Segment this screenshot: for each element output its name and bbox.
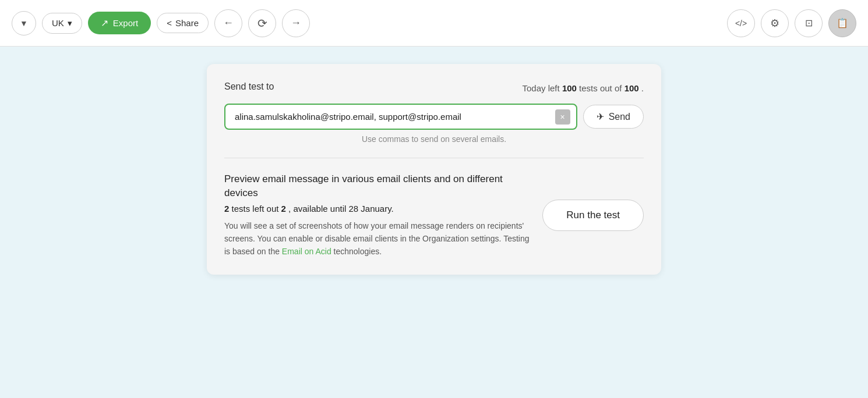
tests-left: 2 tests left out 2 , available until 28 … <box>224 204 531 214</box>
email-on-acid-link[interactable]: Email on Acid <box>282 247 331 256</box>
share-label: Share <box>175 18 199 28</box>
tests-remaining-text: Today left 100 tests out of 100 . <box>522 83 644 93</box>
preview-icon: ⊡ <box>805 17 813 29</box>
test-button[interactable]: 📋 <box>828 9 856 37</box>
tests-remaining-of: tests out of <box>579 83 624 93</box>
export-icon: ↗ <box>101 17 108 29</box>
tests-remaining-suffix: . <box>641 83 644 93</box>
clear-icon: × <box>560 112 565 122</box>
tests-left-count: 2 <box>224 204 229 214</box>
email-input-row: × ✈ Send <box>224 104 644 130</box>
share-icon: < <box>167 18 172 28</box>
run-test-label: Run the test <box>566 209 620 221</box>
email-input[interactable] <box>231 105 555 129</box>
tests-left-date-text: , available until 28 January. <box>288 204 394 214</box>
locale-label: UK <box>52 18 64 28</box>
preview-section: Preview email message in various email c… <box>224 172 644 258</box>
preview-info: Preview email message in various email c… <box>224 172 531 258</box>
history-button[interactable]: ⟳ <box>248 9 276 37</box>
tests-left-of: 2 <box>281 204 286 214</box>
test-icon: 📋 <box>837 17 848 29</box>
send-test-title: Send test to <box>224 81 274 92</box>
send-test-header: Send test to Today left 100 tests out of… <box>224 81 644 94</box>
code-button[interactable]: </> <box>727 9 755 37</box>
tests-remaining-total: 100 <box>624 83 639 93</box>
preview-button[interactable]: ⊡ <box>795 9 823 37</box>
send-label: Send <box>609 112 630 122</box>
preview-desc-text-2: technologies. <box>331 247 382 256</box>
run-test-button[interactable]: Run the test <box>542 200 644 231</box>
back-icon: ← <box>223 17 234 29</box>
tests-remaining-count: 100 <box>562 83 577 93</box>
send-icon: ✈ <box>597 111 604 122</box>
dropdown-button[interactable]: ▼ <box>12 11 36 35</box>
preview-desc: You will see a set of screenshots of how… <box>224 219 531 258</box>
settings-button[interactable]: ⚙ <box>761 9 789 37</box>
forward-icon: → <box>291 17 301 29</box>
code-icon: </> <box>735 19 747 28</box>
locale-button[interactable]: UK ▾ <box>42 13 82 34</box>
email-input-wrapper: × <box>224 104 577 130</box>
clear-button[interactable]: × <box>555 109 570 125</box>
tests-left-text: tests left out <box>232 204 281 214</box>
history-icon: ⟳ <box>257 16 267 30</box>
settings-icon: ⚙ <box>770 17 779 30</box>
toolbar: ▼ UK ▾ ↗ Export < Share ← ⟳ → </> ⚙ ⊡ 📋 <box>0 0 868 47</box>
back-button[interactable]: ← <box>214 9 242 37</box>
panel: Send test to Today left 100 tests out of… <box>207 64 661 275</box>
export-button[interactable]: ↗ Export <box>88 12 151 34</box>
share-button[interactable]: < Share <box>157 13 209 33</box>
export-label: Export <box>113 18 138 28</box>
divider <box>224 158 644 158</box>
hint-text: Use commas to send on several emails. <box>224 134 644 144</box>
preview-title: Preview email message in various email c… <box>224 172 531 200</box>
send-button[interactable]: ✈ Send <box>583 105 644 129</box>
main-content: Send test to Today left 100 tests out of… <box>0 47 868 398</box>
tests-remaining-prefix: Today left <box>522 83 559 93</box>
forward-button[interactable]: → <box>282 9 310 37</box>
dropdown-icon: ▼ <box>20 19 28 28</box>
locale-arrow-icon: ▾ <box>68 18 72 29</box>
